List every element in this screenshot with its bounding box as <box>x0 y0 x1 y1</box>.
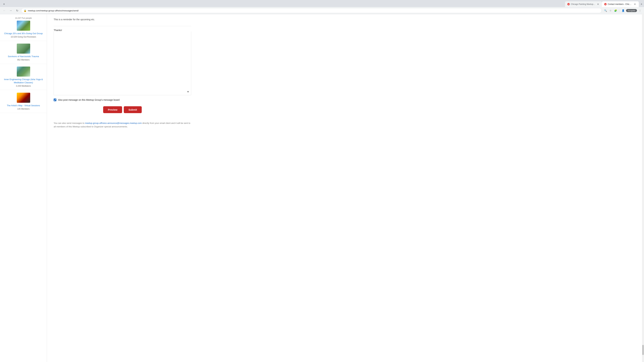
action-buttons: Preview Submit <box>54 105 191 116</box>
profile-icon[interactable]: 👤 <box>621 8 625 12</box>
group-inner-eng-thumbnail <box>17 66 30 77</box>
message-thanks-text: Thanks! <box>54 29 62 31</box>
group-inner-eng-members: 3,439 Meditators <box>3 85 44 87</box>
tab-1-favicon: M <box>567 3 570 5</box>
back-button[interactable]: ← <box>2 8 7 13</box>
group-artists-way-thumbnail <box>17 93 30 103</box>
main-content: This is a reminder for the upcoming etc.… <box>47 14 198 362</box>
message-line-1: This is a reminder for the upcoming etc. <box>54 17 191 21</box>
post-message-label: Also post message on this Meetup Group's… <box>58 98 120 101</box>
dropdown-arrow-icon: ▼ <box>187 90 189 93</box>
forward-button[interactable]: → <box>8 8 13 13</box>
new-tab-button[interactable]: + <box>639 1 644 7</box>
tab-2-favicon: M <box>604 3 606 5</box>
group-chicago20s-thumbnail <box>17 21 30 31</box>
sidebar-group-survivors: Survivors of Narcissistic Trauma 952 Mem… <box>0 41 47 64</box>
incognito-badge: Incognito <box>626 9 637 12</box>
group-artists-way-image <box>17 93 30 103</box>
sidebar: 14,247 Fun people Chicago 20's and 30's … <box>0 14 47 362</box>
message-thanks-area: Thanks! <box>54 26 191 31</box>
preview-button[interactable]: Preview <box>103 106 122 113</box>
footer-text-before: You can also send messages to <box>54 122 85 124</box>
group-survivors-members: 952 Members <box>3 59 44 61</box>
group-inner-eng-image <box>17 66 30 77</box>
url-text: meetup.com/meetup-group-ulfhsivo/message… <box>28 9 79 12</box>
bookmark-icon[interactable]: ☆ <box>608 8 612 12</box>
footer-email-link[interactable]: meetup-group-ulfhsivo-announce@messages.… <box>85 122 142 124</box>
checkbox-post-row: Also post message on this Meetup Group's… <box>54 95 191 105</box>
submit-button[interactable]: Submit <box>124 106 142 113</box>
group-chicago20s-link[interactable]: Chicago 20's and 30's Going Out Group <box>4 32 43 35</box>
extensions-icon[interactable]: 🧩 <box>614 8 618 12</box>
group-chicago20s-count: 14,247 Fun people <box>3 17 44 19</box>
group-inner-eng-link[interactable]: Inner Engineering Chicago (Isha Yoga & M… <box>4 78 43 84</box>
group-survivors-image <box>17 43 30 54</box>
right-scrollbar[interactable] <box>642 13 644 362</box>
group-survivors-thumbnail <box>17 43 30 54</box>
address-icons: 🔍 ☆ 🧩 👤 Incognito ⋮ <box>604 8 642 12</box>
search-icon[interactable]: 🔍 <box>604 8 608 12</box>
tab-1[interactable]: M Chicago Painting Meetup Grou... ✕ <box>565 1 602 7</box>
scrollbar-thumb[interactable] <box>642 345 644 355</box>
message-body-area[interactable]: ▼ <box>54 31 191 95</box>
group-chicago20s-members: 10,529 Going Out Rockstars <box>3 36 44 38</box>
tab-bar: ▼ M Chicago Painting Meetup Grou... ✕ M … <box>0 0 644 7</box>
refresh-button[interactable]: ↻ <box>15 8 20 13</box>
group-artists-way-link[interactable]: The Artist's Way - Virtual Sessions <box>7 104 40 107</box>
post-message-checkbox[interactable] <box>54 98 56 101</box>
sidebar-group-chicago20s: 14,247 Fun people Chicago 20's and 30's … <box>0 14 47 41</box>
tab-2-title: Contact members - Chicago Pa... <box>608 3 632 5</box>
tab-expand-button[interactable]: ▼ <box>2 2 6 6</box>
tab-2-close[interactable]: ✕ <box>634 3 636 6</box>
page-content: 14,247 Fun people Chicago 20's and 30's … <box>0 14 644 362</box>
tab-1-title: Chicago Painting Meetup Grou... <box>571 3 596 5</box>
group-chicago20s-image <box>17 21 30 31</box>
url-bar[interactable]: 🔒 meetup.com/meetup-group-ulfhsivo/messa… <box>21 8 602 13</box>
tab-1-close[interactable]: ✕ <box>596 3 600 6</box>
sidebar-group-artists-way: The Artist's Way - Virtual Sessions 145 … <box>0 90 47 113</box>
tab-2[interactable]: M Contact members - Chicago Pa... ✕ <box>602 1 639 7</box>
group-survivors-link[interactable]: Survivors of Narcissistic Trauma <box>8 55 39 58</box>
message-preview: This is a reminder for the upcoming etc. <box>54 14 191 26</box>
browser-chrome: ▼ M Chicago Painting Meetup Grou... ✕ M … <box>0 0 644 14</box>
menu-icon[interactable]: ⋮ <box>638 8 642 12</box>
sidebar-group-inner-eng: Inner Engineering Chicago (Isha Yoga & M… <box>0 64 47 90</box>
address-bar: ← → ↻ 🔒 meetup.com/meetup-group-ulfhsivo… <box>0 7 644 14</box>
footer-message: You can also send messages to meetup-gro… <box>54 121 191 129</box>
group-artists-way-members: 145 Members <box>3 108 44 110</box>
